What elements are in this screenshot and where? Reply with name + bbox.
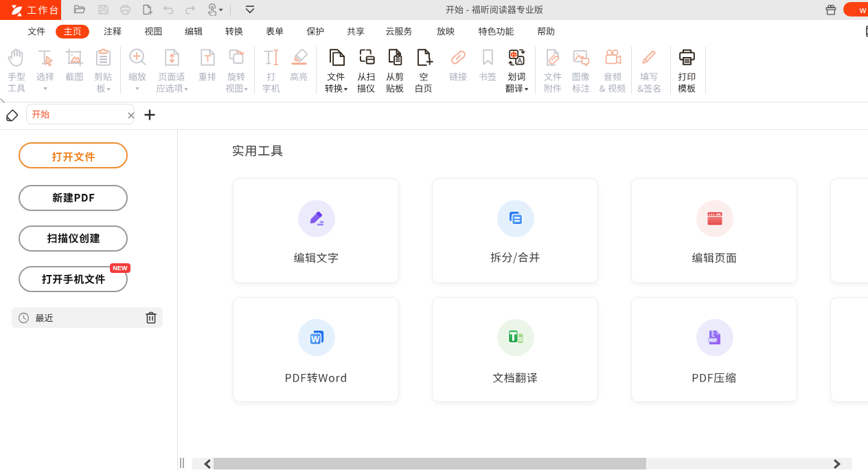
- svg-text:W: W: [311, 335, 319, 344]
- svg-text:PDF: PDF: [708, 338, 717, 342]
